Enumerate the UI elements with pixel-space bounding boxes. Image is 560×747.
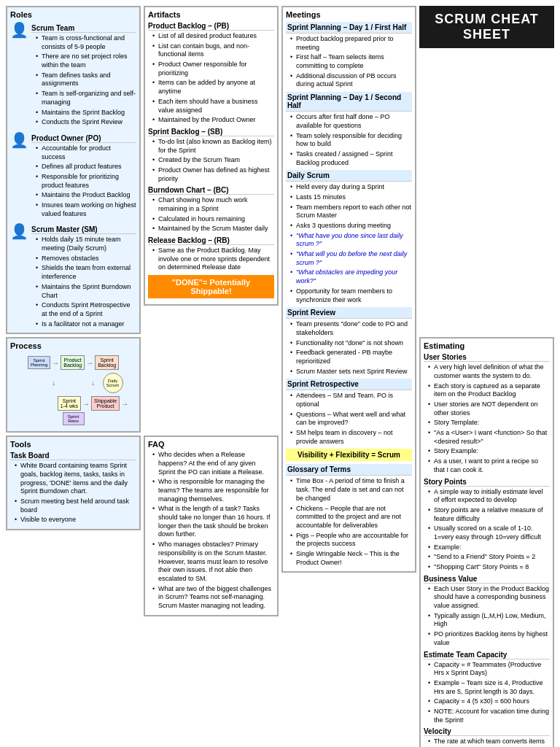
scrum-master-icon: 👤 — [10, 222, 28, 240]
list-item: The rate at which team converts items to… — [428, 738, 550, 747]
user-stories-list: A very high level definition of what the… — [424, 363, 550, 474]
glossary-list: Time Box - A period of time to finish a … — [286, 477, 412, 567]
burndown-chart-list: Chart showing how much work remaining in… — [148, 196, 274, 233]
list-item: Additional discussion of PB occurs durin… — [290, 72, 412, 89]
list-item: Asks 3 questions during meeting — [290, 222, 412, 231]
diag-arrow: → — [82, 400, 90, 408]
done-label: "DONE"= Potentially Shippable! — [148, 275, 274, 298]
list-item: "Shopping Cart" Story Points = 8 — [428, 563, 550, 572]
product-backlog-title: Product Backlog – (PB) — [148, 22, 274, 31]
list-item: What are two of the biggest challenges i… — [152, 585, 274, 611]
list-item: As a user, I want to print a recipe so t… — [428, 457, 550, 474]
list-item: Story Example: — [428, 447, 550, 456]
list-item: "What obstacles are impeding your work?" — [290, 268, 412, 285]
list-item: Holds daily 15 minute team meeting (Dail… — [36, 236, 136, 252]
product-owner-icon: 👤 — [10, 131, 28, 149]
sprint-backlog-title: Sprint Backlog – (SB) — [148, 128, 274, 136]
list-item: To-do list (also known as Backlog item) … — [152, 138, 274, 155]
list-item: Scrum Master sets next Sprint Review — [290, 368, 412, 376]
list-item: Capacity = 4 (5 x30) = 600 hours — [428, 697, 550, 706]
diag-sprint-planning: SprintPlanning — [28, 356, 50, 369]
list-item: Maintained by the Scrum Master daily — [152, 225, 274, 233]
process-title: Process — [10, 341, 136, 350]
list-item: Team is self-organizing and self-managin… — [36, 90, 136, 107]
sprint-review-title: Sprint Review — [286, 307, 412, 319]
list-item: Calculated in hours remaining — [152, 215, 274, 224]
list-item: Lasts 15 minutes — [290, 193, 412, 202]
list-item: Team is cross-functional and consists of… — [36, 34, 136, 51]
list-item: A very high level definition of what the… — [428, 363, 550, 380]
estimating-title: Estimating — [424, 341, 550, 350]
list-item: Usually scored on a scale of 1-10. 1=ver… — [428, 525, 550, 541]
list-item: NOTE: Account for vacation time during t… — [428, 708, 550, 724]
list-item: Held every day during a Sprint — [290, 183, 412, 192]
list-item: Same as the Product Backlog. May involve… — [152, 247, 274, 272]
list-item: Chart showing how much work remaining in… — [152, 196, 274, 213]
sprint-planning-1-title: Sprint Planning – Day 1 / First Half — [286, 22, 412, 34]
list-item: Conducts the Sprint Review — [36, 118, 136, 127]
list-item: Product Owner has defined as highest pri… — [152, 166, 274, 183]
estimating-section: Estimating User Stories A very high leve… — [419, 337, 554, 747]
business-value-title: Business Value — [424, 575, 550, 584]
sprint-retrospective-title: Sprint Retrospective — [286, 379, 412, 390]
sprint-planning-1-list: Product backlog prepared prior to meetin… — [286, 35, 412, 89]
list-item: Who decides when a Release happens? At t… — [152, 451, 274, 476]
scrum-team-list: Team is cross-functional and consists of… — [31, 34, 136, 127]
product-owner-title: Product Owner (PO) — [31, 134, 136, 143]
sprint-retrospective-list: Attendees – SM and Team. PO is optional … — [286, 392, 412, 446]
release-backlog-title: Release Backlog – (RB) — [148, 236, 274, 245]
product-owner-list: Accountable for product success Defines … — [31, 144, 136, 219]
faq-list: Who decides when a Release happens? At t… — [148, 451, 274, 610]
list-item: Team defines tasks and assignments — [36, 71, 136, 88]
list-item: Single Wringable Neck – This is the Prod… — [290, 550, 412, 567]
list-item: Team solely responsible for deciding how… — [290, 132, 412, 149]
story-points-list: A simple way to initially estimate level… — [424, 488, 550, 572]
product-backlog-list: List of all desired product features Lis… — [148, 32, 274, 125]
list-item: Maintains the Sprint Backlog — [36, 109, 136, 117]
daily-scrum-list: Held every day during a Sprint Lasts 15 … — [286, 183, 412, 304]
diag-sprint: Sprint1-4 wks — [58, 396, 81, 411]
list-item: Story points are a relative measure of f… — [428, 506, 550, 523]
list-item: A simple way to initially estimate level… — [428, 488, 550, 505]
list-item: Opportunity for team members to synchron… — [290, 287, 412, 304]
list-item: Each User Story in the Product Backlog s… — [428, 585, 550, 611]
list-item: Time Box - A period of time to finish a … — [290, 477, 412, 503]
release-backlog-list: Same as the Product Backlog. May involve… — [148, 247, 274, 272]
diag-arrow: → — [89, 379, 97, 387]
list-item: PO prioritizes Backlog items by highest … — [428, 630, 550, 647]
list-item: Team presents "done" code to PO and stak… — [290, 320, 412, 337]
artifacts-title: Artifacts — [148, 10, 274, 19]
scrum-header: SCRUM CHEAT SHEET — [419, 6, 554, 48]
list-item: Defines all product features — [36, 163, 136, 171]
roles-title: Roles — [10, 10, 136, 19]
process-section: Process SprintPlanning → ProductBacklog … — [6, 337, 141, 433]
diag-arrow: → — [52, 359, 59, 367]
list-item: Feedback generated - PB maybe reprioriti… — [290, 349, 412, 365]
glossary-title: Glossary of Terms — [286, 464, 412, 476]
diag-arrow: → — [86, 359, 93, 367]
list-item: Shields the team from external interfere… — [36, 264, 136, 281]
faq-section: FAQ Who decides when a Release happens? … — [144, 436, 279, 616]
task-board-list: White Board containing teams Sprint goal… — [10, 462, 136, 525]
list-item: Chickens – People that are not committed… — [290, 505, 412, 530]
velocity-title: Velocity — [424, 727, 550, 736]
list-item: Pigs – People who are accountable for th… — [290, 532, 412, 549]
list-item: Capacity = # Teammates (Productive Hrs x… — [428, 661, 550, 678]
list-item: White Board containing teams Sprint goal… — [15, 462, 136, 496]
list-item: Each story is captured as a separate ite… — [428, 382, 550, 399]
list-item: Is a facilitator not a manager — [36, 320, 136, 329]
list-item: Team members report to each other not Sc… — [290, 204, 412, 220]
sprint-review-list: Team presents "done" code to PO and stak… — [286, 320, 412, 376]
list-item: Functionality not "done" is not shown — [290, 339, 412, 348]
list-item: First half – Team selects items committi… — [290, 53, 412, 70]
list-item: Accountable for product success — [36, 144, 136, 161]
list-item: Each item should have a business value a… — [152, 98, 274, 115]
faq-title: FAQ — [148, 440, 274, 449]
list-item: Conducts Sprint Retrospective at the end… — [36, 301, 136, 318]
sprint-planning-2-title: Sprint Planning – Day 1 / Second Half — [286, 92, 412, 112]
story-points-title: Story Points — [424, 478, 550, 487]
list-item: "As a <User> I want <function> So that <… — [428, 429, 550, 446]
list-item: What is the length of a task? Tasks shou… — [152, 505, 274, 539]
scrum-team-icon: 👤 — [10, 21, 28, 39]
diag-sprint-backlog: SprintBacklog — [95, 355, 119, 370]
